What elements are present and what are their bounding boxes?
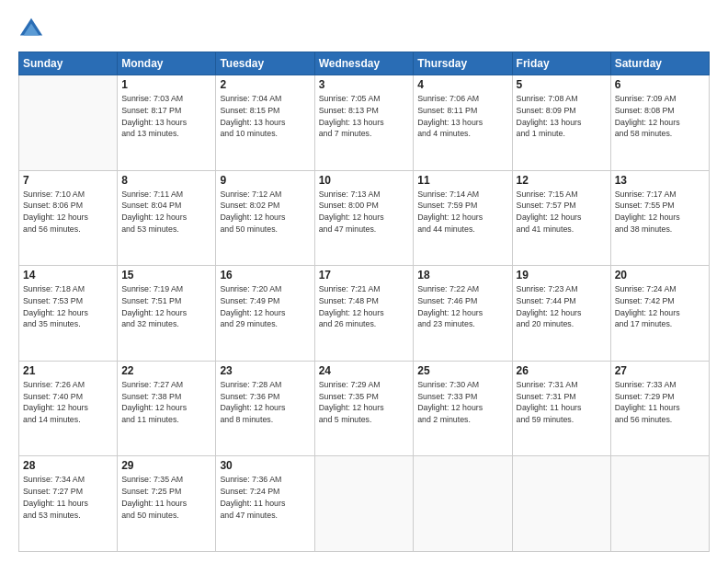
- day-info: Sunrise: 7:19 AM Sunset: 7:51 PM Dayligh…: [121, 283, 211, 330]
- calendar-cell: 3Sunrise: 7:05 AM Sunset: 8:13 PM Daylig…: [314, 75, 414, 171]
- weekday-header-thursday: Thursday: [414, 52, 512, 75]
- day-info: Sunrise: 7:34 AM Sunset: 7:27 PM Dayligh…: [23, 474, 113, 521]
- day-number: 5: [517, 78, 607, 91]
- day-info: Sunrise: 7:27 AM Sunset: 7:38 PM Dayligh…: [121, 379, 211, 426]
- day-number: 11: [417, 174, 507, 187]
- day-number: 23: [220, 364, 310, 377]
- calendar-cell: 29Sunrise: 7:35 AM Sunset: 7:25 PM Dayli…: [118, 456, 216, 552]
- logo-icon: [18, 17, 44, 42]
- day-info: Sunrise: 7:29 AM Sunset: 7:35 PM Dayligh…: [319, 379, 410, 426]
- calendar-cell: 17Sunrise: 7:21 AM Sunset: 7:48 PM Dayli…: [314, 266, 414, 362]
- calendar-cell: 19Sunrise: 7:23 AM Sunset: 7:44 PM Dayli…: [512, 266, 610, 362]
- calendar-cell: 10Sunrise: 7:13 AM Sunset: 8:00 PM Dayli…: [314, 170, 414, 266]
- day-number: 16: [220, 269, 310, 282]
- calendar-cell: [512, 456, 610, 552]
- calendar-cell: 18Sunrise: 7:22 AM Sunset: 7:46 PM Dayli…: [414, 266, 512, 362]
- day-number: 4: [417, 78, 507, 91]
- calendar-cell: 15Sunrise: 7:19 AM Sunset: 7:51 PM Dayli…: [118, 266, 216, 362]
- calendar-cell: 5Sunrise: 7:08 AM Sunset: 8:09 PM Daylig…: [512, 75, 610, 171]
- calendar-cell: 1Sunrise: 7:03 AM Sunset: 8:17 PM Daylig…: [118, 75, 216, 171]
- day-number: 10: [319, 174, 410, 187]
- day-info: Sunrise: 7:03 AM Sunset: 8:17 PM Dayligh…: [121, 93, 211, 140]
- day-number: 14: [23, 269, 113, 282]
- day-info: Sunrise: 7:23 AM Sunset: 7:44 PM Dayligh…: [517, 283, 607, 330]
- day-number: 8: [121, 174, 211, 187]
- day-info: Sunrise: 7:22 AM Sunset: 7:46 PM Dayligh…: [417, 283, 507, 330]
- day-number: 6: [615, 78, 705, 91]
- calendar-cell: 20Sunrise: 7:24 AM Sunset: 7:42 PM Dayli…: [610, 266, 709, 362]
- day-info: Sunrise: 7:21 AM Sunset: 7:48 PM Dayligh…: [319, 283, 410, 330]
- day-number: 24: [319, 364, 410, 377]
- calendar-cell: 13Sunrise: 7:17 AM Sunset: 7:55 PM Dayli…: [610, 170, 709, 266]
- calendar-cell: 26Sunrise: 7:31 AM Sunset: 7:31 PM Dayli…: [512, 361, 610, 456]
- weekday-header-tuesday: Tuesday: [216, 52, 314, 75]
- weekday-header-sunday: Sunday: [19, 52, 118, 75]
- day-number: 12: [517, 174, 607, 187]
- day-info: Sunrise: 7:31 AM Sunset: 7:31 PM Dayligh…: [517, 379, 607, 426]
- day-info: Sunrise: 7:08 AM Sunset: 8:09 PM Dayligh…: [517, 93, 607, 140]
- day-number: 3: [319, 78, 410, 91]
- calendar-cell: [19, 75, 118, 171]
- calendar-table: SundayMondayTuesdayWednesdayThursdayFrid…: [18, 52, 710, 552]
- day-number: 9: [220, 174, 310, 187]
- day-number: 25: [417, 364, 507, 377]
- day-info: Sunrise: 7:35 AM Sunset: 7:25 PM Dayligh…: [121, 474, 211, 521]
- calendar-cell: 4Sunrise: 7:06 AM Sunset: 8:11 PM Daylig…: [414, 75, 512, 171]
- calendar-cell: 30Sunrise: 7:36 AM Sunset: 7:24 PM Dayli…: [216, 456, 314, 552]
- calendar-cell: 7Sunrise: 7:10 AM Sunset: 8:06 PM Daylig…: [19, 170, 118, 266]
- day-number: 27: [615, 364, 705, 377]
- calendar-cell: 2Sunrise: 7:04 AM Sunset: 8:15 PM Daylig…: [216, 75, 314, 171]
- day-info: Sunrise: 7:20 AM Sunset: 7:49 PM Dayligh…: [220, 283, 310, 330]
- calendar-cell: 8Sunrise: 7:11 AM Sunset: 8:04 PM Daylig…: [118, 170, 216, 266]
- day-number: 15: [121, 269, 211, 282]
- day-number: 22: [121, 364, 211, 377]
- calendar-week-row: 7Sunrise: 7:10 AM Sunset: 8:06 PM Daylig…: [19, 170, 710, 266]
- day-info: Sunrise: 7:28 AM Sunset: 7:36 PM Dayligh…: [220, 379, 310, 426]
- calendar-cell: [610, 456, 709, 552]
- day-info: Sunrise: 7:14 AM Sunset: 7:59 PM Dayligh…: [417, 189, 507, 236]
- calendar-week-row: 21Sunrise: 7:26 AM Sunset: 7:40 PM Dayli…: [19, 361, 710, 456]
- day-info: Sunrise: 7:24 AM Sunset: 7:42 PM Dayligh…: [615, 283, 705, 330]
- calendar-cell: 28Sunrise: 7:34 AM Sunset: 7:27 PM Dayli…: [19, 456, 118, 552]
- day-info: Sunrise: 7:05 AM Sunset: 8:13 PM Dayligh…: [319, 93, 410, 140]
- day-number: 18: [417, 269, 507, 282]
- day-info: Sunrise: 7:26 AM Sunset: 7:40 PM Dayligh…: [23, 379, 113, 426]
- day-number: 2: [220, 78, 310, 91]
- day-info: Sunrise: 7:30 AM Sunset: 7:33 PM Dayligh…: [417, 379, 507, 426]
- logo: [18, 17, 48, 44]
- calendar-week-row: 14Sunrise: 7:18 AM Sunset: 7:53 PM Dayli…: [19, 266, 710, 362]
- day-info: Sunrise: 7:13 AM Sunset: 8:00 PM Dayligh…: [319, 189, 410, 236]
- day-number: 30: [220, 459, 310, 472]
- calendar-cell: 25Sunrise: 7:30 AM Sunset: 7:33 PM Dayli…: [414, 361, 512, 456]
- day-number: 28: [23, 459, 113, 472]
- day-info: Sunrise: 7:18 AM Sunset: 7:53 PM Dayligh…: [23, 283, 113, 330]
- day-number: 29: [121, 459, 211, 472]
- calendar-cell: 23Sunrise: 7:28 AM Sunset: 7:36 PM Dayli…: [216, 361, 314, 456]
- calendar-cell: 9Sunrise: 7:12 AM Sunset: 8:02 PM Daylig…: [216, 170, 314, 266]
- day-info: Sunrise: 7:17 AM Sunset: 7:55 PM Dayligh…: [615, 189, 705, 236]
- day-info: Sunrise: 7:36 AM Sunset: 7:24 PM Dayligh…: [220, 474, 310, 521]
- day-number: 1: [121, 78, 211, 91]
- calendar-cell: 21Sunrise: 7:26 AM Sunset: 7:40 PM Dayli…: [19, 361, 118, 456]
- calendar-cell: 24Sunrise: 7:29 AM Sunset: 7:35 PM Dayli…: [314, 361, 414, 456]
- weekday-header-monday: Monday: [118, 52, 216, 75]
- day-info: Sunrise: 7:11 AM Sunset: 8:04 PM Dayligh…: [121, 189, 211, 236]
- calendar-cell: 6Sunrise: 7:09 AM Sunset: 8:08 PM Daylig…: [610, 75, 709, 171]
- weekday-header-saturday: Saturday: [610, 52, 709, 75]
- calendar-cell: 22Sunrise: 7:27 AM Sunset: 7:38 PM Dayli…: [118, 361, 216, 456]
- weekday-header-friday: Friday: [512, 52, 610, 75]
- day-info: Sunrise: 7:15 AM Sunset: 7:57 PM Dayligh…: [517, 189, 607, 236]
- day-info: Sunrise: 7:33 AM Sunset: 7:29 PM Dayligh…: [615, 379, 705, 426]
- day-number: 20: [615, 269, 705, 282]
- day-number: 19: [517, 269, 607, 282]
- day-number: 17: [319, 269, 410, 282]
- calendar-cell: 16Sunrise: 7:20 AM Sunset: 7:49 PM Dayli…: [216, 266, 314, 362]
- weekday-header-row: SundayMondayTuesdayWednesdayThursdayFrid…: [19, 52, 710, 75]
- calendar-cell: [314, 456, 414, 552]
- day-info: Sunrise: 7:10 AM Sunset: 8:06 PM Dayligh…: [23, 189, 113, 236]
- day-number: 26: [517, 364, 607, 377]
- day-number: 21: [23, 364, 113, 377]
- day-info: Sunrise: 7:06 AM Sunset: 8:11 PM Dayligh…: [417, 93, 507, 140]
- calendar-week-row: 28Sunrise: 7:34 AM Sunset: 7:27 PM Dayli…: [19, 456, 710, 552]
- page: SundayMondayTuesdayWednesdayThursdayFrid…: [0, 0, 728, 563]
